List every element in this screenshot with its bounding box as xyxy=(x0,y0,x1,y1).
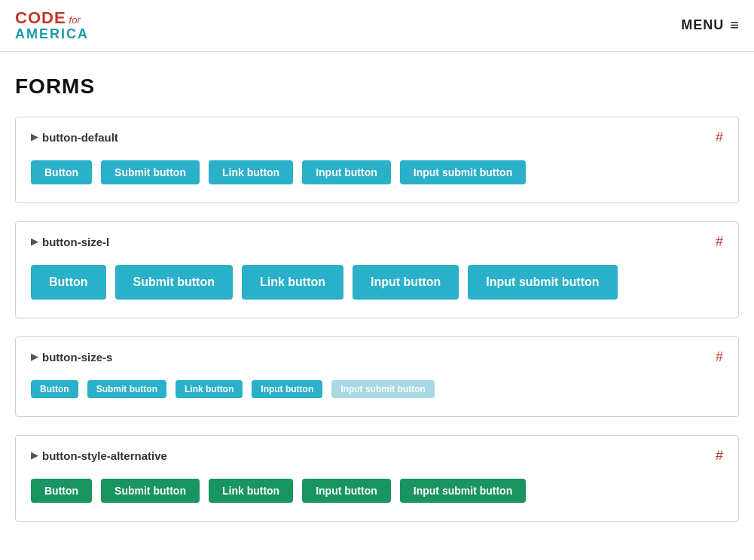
btn-button-size-s-4[interactable]: Input submit button xyxy=(331,380,435,398)
section-button-size-s: ▶button-size-s#ButtonSubmit buttonLink b… xyxy=(15,336,739,417)
chevron-right-icon: ▶ xyxy=(31,132,38,142)
btn-button-size-s-3[interactable]: Input button xyxy=(252,380,322,398)
section-header-button-default: ▶button-default# xyxy=(31,129,723,145)
btn-button-default-0[interactable]: Button xyxy=(31,160,92,184)
logo-code: CODE xyxy=(15,9,66,27)
chevron-right-icon: ▶ xyxy=(31,352,38,362)
btn-button-style-alternative-4[interactable]: Input submit button xyxy=(400,479,526,503)
btn-button-style-alternative-1[interactable]: Submit button xyxy=(101,479,200,503)
section-title-text-button-style-alternative: button-style-alternative xyxy=(42,449,167,462)
menu-label: MENU xyxy=(681,17,724,33)
section-button-size-l: ▶button-size-l#ButtonSubmit buttonLink b… xyxy=(15,221,739,318)
section-button-default: ▶button-default#ButtonSubmit buttonLink … xyxy=(15,117,739,203)
section-anchor-button-size-s[interactable]: # xyxy=(716,349,723,365)
section-title-button-size-l[interactable]: ▶button-size-l xyxy=(31,236,109,248)
logo-for: for xyxy=(69,15,81,26)
btn-button-size-s-1[interactable]: Submit button xyxy=(87,380,166,398)
chevron-right-icon: ▶ xyxy=(31,236,38,247)
section-anchor-button-default[interactable]: # xyxy=(716,129,723,145)
site-header: CODE for AMERICA MENU ≡ xyxy=(0,0,754,52)
btn-button-style-alternative-3[interactable]: Input button xyxy=(302,479,391,503)
section-header-button-style-alternative: ▶button-style-alternative# xyxy=(31,448,723,464)
section-title-text-button-size-s: button-size-s xyxy=(42,351,112,364)
btn-button-size-l-0[interactable]: Button xyxy=(31,265,106,300)
btn-button-default-3[interactable]: Input button xyxy=(302,160,391,184)
main-content: FORMS ▶button-default#ButtonSubmit butto… xyxy=(0,52,754,560)
page-title: FORMS xyxy=(15,75,739,99)
btn-button-size-l-2[interactable]: Link button xyxy=(242,265,343,300)
button-row-button-size-l: ButtonSubmit buttonLink buttonInput butt… xyxy=(31,265,723,300)
btn-button-default-4[interactable]: Input submit button xyxy=(400,160,526,184)
btn-button-default-2[interactable]: Link button xyxy=(209,160,293,184)
header-menu[interactable]: MENU ≡ xyxy=(681,17,739,34)
section-title-button-size-s[interactable]: ▶button-size-s xyxy=(31,351,112,364)
btn-button-size-l-3[interactable]: Input button xyxy=(353,265,459,300)
btn-button-style-alternative-0[interactable]: Button xyxy=(31,479,92,503)
button-row-button-style-alternative: ButtonSubmit buttonLink buttonInput butt… xyxy=(31,479,723,503)
logo-america: AMERICA xyxy=(15,27,89,42)
button-row-button-default: ButtonSubmit buttonLink buttonInput butt… xyxy=(31,160,723,184)
btn-button-size-s-0[interactable]: Button xyxy=(31,380,78,398)
section-header-button-size-l: ▶button-size-l# xyxy=(31,234,723,250)
section-header-button-size-s: ▶button-size-s# xyxy=(31,349,723,365)
hamburger-icon: ≡ xyxy=(730,17,739,34)
section-button-style-alternative: ▶button-style-alternative#ButtonSubmit b… xyxy=(15,435,739,522)
btn-button-size-l-4[interactable]: Input submit button xyxy=(468,265,617,300)
btn-button-size-s-2[interactable]: Link button xyxy=(176,380,243,398)
button-row-button-size-s: ButtonSubmit buttonLink buttonInput butt… xyxy=(31,380,723,398)
section-title-button-default[interactable]: ▶button-default xyxy=(31,131,118,144)
section-title-button-style-alternative[interactable]: ▶button-style-alternative xyxy=(31,449,167,462)
section-anchor-button-size-l[interactable]: # xyxy=(716,234,723,250)
logo: CODE for AMERICA xyxy=(15,9,89,42)
chevron-right-icon: ▶ xyxy=(31,450,38,461)
section-title-text-button-default: button-default xyxy=(42,131,118,144)
section-title-text-button-size-l: button-size-l xyxy=(42,236,109,248)
sections-container: ▶button-default#ButtonSubmit buttonLink … xyxy=(15,117,739,522)
btn-button-style-alternative-2[interactable]: Link button xyxy=(209,479,293,503)
section-anchor-button-style-alternative[interactable]: # xyxy=(716,448,723,464)
btn-button-default-1[interactable]: Submit button xyxy=(101,160,200,184)
btn-button-size-l-1[interactable]: Submit button xyxy=(115,265,233,300)
